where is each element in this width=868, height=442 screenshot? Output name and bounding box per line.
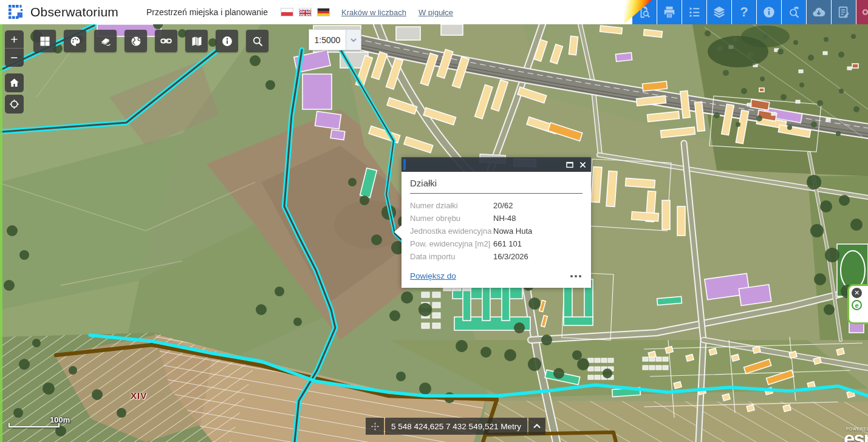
grid-icon xyxy=(39,35,51,47)
esri-logo: esri xyxy=(844,427,868,442)
popup-title: Działki xyxy=(410,178,583,194)
germany-flag-icon[interactable] xyxy=(318,8,329,16)
key-icon xyxy=(861,5,868,19)
share-link-button[interactable] xyxy=(155,30,177,52)
esri-attribution: POWERED BY esri xyxy=(844,427,868,442)
widget-close-button[interactable]: ✕ xyxy=(852,288,862,298)
attribute-value: 20/62 xyxy=(493,199,513,212)
chevron-up-icon xyxy=(533,424,541,429)
more-options-button[interactable] xyxy=(569,273,583,280)
basemap-gallery-button[interactable] xyxy=(33,30,56,52)
link-icon xyxy=(160,35,173,47)
palette-icon xyxy=(69,35,81,47)
identify-search-button[interactable] xyxy=(782,0,806,24)
scale-dropdown-button[interactable] xyxy=(346,29,361,50)
print-button[interactable] xyxy=(657,0,682,24)
scale-selector: 1:5000 xyxy=(309,29,361,50)
app-logo[interactable]: Obserwatorium xyxy=(0,4,118,21)
document-search-icon xyxy=(638,5,651,19)
attribute-row: Jednostka ewidencyjna Nowa Huta xyxy=(410,225,583,237)
zoom-controls: + − xyxy=(5,30,24,67)
attribute-label: Jednostka ewidencyjna xyxy=(410,225,493,237)
search-icon xyxy=(251,35,264,47)
krakow-in-numbers-link[interactable]: Kraków w liczbach xyxy=(341,8,406,17)
zoom-in-button[interactable]: + xyxy=(5,30,24,49)
coordinates-collapse-button[interactable] xyxy=(528,418,545,435)
attribute-value: NH-48 xyxy=(493,212,516,225)
crosshair-button[interactable] xyxy=(366,418,384,435)
scale-bar-bracket xyxy=(9,415,69,430)
info-icon xyxy=(762,5,776,19)
help-icon: ? xyxy=(740,4,748,20)
locate-button[interactable] xyxy=(5,95,24,114)
eraser-icon xyxy=(100,35,112,47)
cloud-download-button[interactable] xyxy=(807,0,831,24)
popup-close-button[interactable] xyxy=(579,162,586,168)
w-pigulce-link[interactable]: W pigułce xyxy=(419,8,453,17)
identify-search-icon xyxy=(787,5,801,19)
app-header: Obserwatorium Przestrzeń miejska i plano… xyxy=(0,0,868,24)
cloud-download-icon xyxy=(812,5,826,19)
popup-maximize-button[interactable] xyxy=(566,162,573,168)
folded-map-icon xyxy=(191,35,203,47)
maximize-icon xyxy=(566,162,573,168)
symbology-button[interactable] xyxy=(64,30,86,52)
attribute-row: Pow. ewidencyjna [m2] 661 101 xyxy=(410,237,583,250)
eraser-tool-button[interactable] xyxy=(94,30,117,52)
map-search-button[interactable] xyxy=(246,30,268,52)
attribute-row: Numer działki 20/62 xyxy=(410,199,583,212)
uk-flag-graphic xyxy=(299,10,311,16)
side-panel-widget: ✕ e xyxy=(847,284,868,324)
popup-dzialki: Działki Numer działki 20/62 Numer obrębu… xyxy=(402,157,591,288)
globe-button[interactable] xyxy=(125,30,147,52)
scale-input[interactable]: 1:5000 xyxy=(309,29,346,50)
logo-icon xyxy=(8,4,24,21)
zoom-out-button[interactable]: − xyxy=(5,49,24,67)
notes-edit-icon xyxy=(837,5,850,19)
map-viewport[interactable]: XIV + − xyxy=(0,24,868,442)
scale-bar: 100m xyxy=(9,415,69,432)
attribute-value: Nowa Huta xyxy=(493,225,532,237)
map-toolbar xyxy=(33,30,268,52)
attribute-label: Numer działki xyxy=(410,199,493,212)
attribute-value: 661 101 xyxy=(493,237,522,250)
help-button[interactable]: ? xyxy=(732,0,756,24)
document-search-button[interactable] xyxy=(632,0,657,24)
attribute-row: Data importu 16/3/2026 xyxy=(410,250,583,263)
district-label-xiv: XIV xyxy=(131,390,147,401)
language-switcher xyxy=(281,8,329,16)
plus-icon: + xyxy=(10,32,18,46)
coordinates-widget: 5 548 424,625 7 432 549,521 Metry xyxy=(366,418,545,435)
popup-body: Działki Numer działki 20/62 Numer obrębu… xyxy=(402,172,591,288)
layers-icon xyxy=(713,5,726,19)
map-overview-button[interactable] xyxy=(185,30,208,52)
popup-header[interactable] xyxy=(402,157,591,172)
home-icon xyxy=(9,77,20,89)
home-button[interactable] xyxy=(5,73,24,92)
app-subtitle: Przestrzeń miejska i planowanie xyxy=(146,7,268,17)
attribute-label: Data importu xyxy=(410,250,493,263)
legend-list-button[interactable] xyxy=(682,0,706,24)
uk-flag-icon[interactable] xyxy=(299,8,311,16)
locate-icon xyxy=(9,98,20,110)
info-button[interactable] xyxy=(757,0,781,24)
crosshair-icon xyxy=(370,421,380,432)
widget-logo-icon: e xyxy=(852,300,862,310)
map-info-button[interactable] xyxy=(216,30,238,52)
obserwatorium-app: Obserwatorium Przestrzeń miejska i plano… xyxy=(0,0,868,442)
minus-icon: − xyxy=(10,50,18,64)
zoom-to-link[interactable]: Powiększ do xyxy=(410,271,456,280)
app-title: Obserwatorium xyxy=(30,5,118,19)
notes-edit-button[interactable] xyxy=(832,0,856,24)
close-icon xyxy=(579,162,586,168)
lime-edge-line xyxy=(0,24,2,442)
layers-button[interactable] xyxy=(707,0,731,24)
popup-footer: Powiększ do xyxy=(410,271,583,280)
login-key-button[interactable] xyxy=(856,0,868,24)
list-icon xyxy=(688,5,701,19)
chevron-down-icon xyxy=(350,38,357,42)
coordinates-readout: 5 548 424,625 7 432 549,521 Metry xyxy=(385,418,527,435)
poland-flag-icon[interactable] xyxy=(281,8,293,16)
attribute-label: Pow. ewidencyjna [m2] xyxy=(410,237,493,250)
popup-pointer xyxy=(394,225,402,239)
